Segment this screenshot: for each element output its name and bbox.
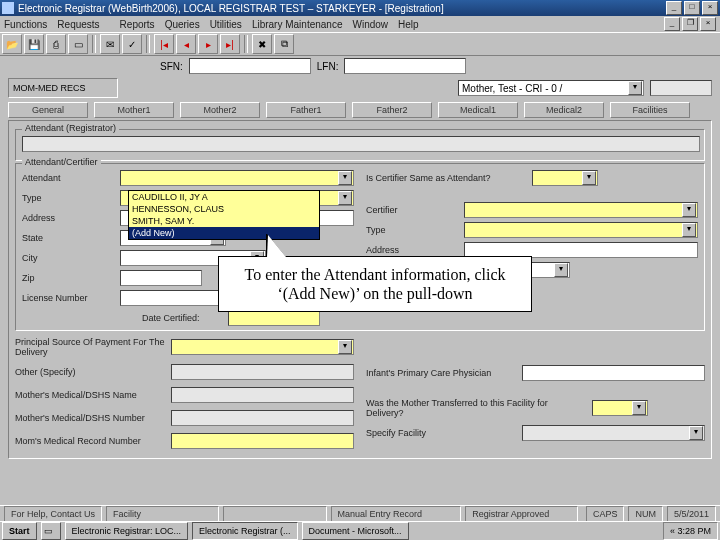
mdi-close-button[interactable]: × bbox=[700, 17, 716, 31]
rtype-label: Type bbox=[366, 225, 458, 235]
other-input[interactable] bbox=[171, 364, 354, 380]
principal-label: Principal Source Of Payment For The Deli… bbox=[15, 337, 165, 357]
callout-text: To enter the Attendant information, clic… bbox=[244, 266, 505, 302]
tab-strip: General Mother1 Mother2 Father1 Father2 … bbox=[8, 102, 712, 118]
infant-phys-label: Infant's Primary Care Physician bbox=[366, 368, 516, 378]
tab-father2[interactable]: Father2 bbox=[352, 102, 432, 118]
tb-save-icon[interactable]: 💾 bbox=[24, 34, 44, 54]
maximize-button[interactable]: □ bbox=[684, 1, 700, 15]
system-tray[interactable]: « 3:28 PM bbox=[663, 522, 718, 540]
tab-mother1[interactable]: Mother1 bbox=[94, 102, 174, 118]
tb-sep bbox=[244, 35, 248, 53]
attendant-label: Attendant bbox=[22, 173, 114, 183]
taskbar-item[interactable]: Document - Microsoft... bbox=[302, 522, 409, 540]
title-bar: Electronic Registrar (WebBirth2006), LOC… bbox=[0, 0, 720, 16]
toolbar: 📂 💾 ⎙ ▭ ✉ ✓ |◂ ◂ ▸ ▸| ✖ ⧉ bbox=[0, 32, 720, 56]
top-ro-field bbox=[650, 80, 712, 96]
mother-dropdown-value: Mother, Test - CRI - 0 / bbox=[462, 83, 562, 94]
tab-father1[interactable]: Father1 bbox=[266, 102, 346, 118]
tab-mother2[interactable]: Mother2 bbox=[180, 102, 260, 118]
city-label: City bbox=[22, 253, 114, 263]
tb-close-icon[interactable]: ✖ bbox=[252, 34, 272, 54]
registrator-field[interactable] bbox=[22, 136, 700, 152]
instruction-callout: To enter the Attendant information, clic… bbox=[218, 256, 532, 312]
dropdown-item-add-new[interactable]: (Add New) bbox=[129, 227, 319, 239]
specify-fac-label: Specify Facility bbox=[366, 428, 516, 438]
chevron-down-icon: ▾ bbox=[689, 426, 703, 440]
status-bar: For Help, Contact Us Facility Manual Ent… bbox=[0, 505, 720, 522]
menu-functions[interactable]: Functions bbox=[4, 19, 47, 30]
infant-phys-input[interactable] bbox=[522, 365, 705, 381]
tab-medical2[interactable]: Medical2 bbox=[524, 102, 604, 118]
tb-split-icon[interactable]: ⧉ bbox=[274, 34, 294, 54]
start-label: Start bbox=[9, 526, 30, 536]
lfn-input[interactable] bbox=[344, 58, 466, 74]
group-attendant-registrator-title: Attendant (Registrator) bbox=[22, 123, 119, 133]
med-num-label: Mother's Medical/DSHS Number bbox=[15, 413, 165, 423]
start-button[interactable]: Start bbox=[2, 522, 37, 540]
sfn-input[interactable] bbox=[189, 58, 311, 74]
address-label: Address bbox=[22, 213, 114, 223]
dropdown-item[interactable]: SMITH, SAM Y. bbox=[129, 215, 319, 227]
menu-queries[interactable]: Queries bbox=[165, 19, 200, 30]
med-num-input[interactable] bbox=[171, 410, 354, 426]
date-cert-label: Date Certified: bbox=[142, 313, 222, 323]
tab-medical1[interactable]: Medical1 bbox=[438, 102, 518, 118]
tb-prev-icon[interactable]: ◂ bbox=[176, 34, 196, 54]
taskbar-item-active[interactable]: Electronic Registrar (... bbox=[192, 522, 298, 540]
transferred-dropdown[interactable]: ▾ bbox=[592, 400, 648, 416]
mdi-restore-button[interactable]: ❐ bbox=[682, 17, 698, 31]
specify-fac-dropdown[interactable]: ▾ bbox=[522, 425, 705, 441]
date-cert-input[interactable] bbox=[228, 310, 320, 326]
tb-print-icon[interactable]: ⎙ bbox=[46, 34, 66, 54]
principal-dropdown[interactable]: ▾ bbox=[171, 339, 354, 355]
quick-launch[interactable]: ▭ bbox=[41, 522, 61, 540]
status-date: 5/5/2011 bbox=[667, 506, 716, 522]
mom-med-recs-group: MOM-MED RECS bbox=[8, 78, 118, 98]
tb-check-icon[interactable]: ✓ bbox=[122, 34, 142, 54]
certifier-dropdown[interactable]: ▾ bbox=[464, 202, 698, 218]
chevron-down-icon: ▾ bbox=[682, 223, 696, 237]
sfn-label: SFN: bbox=[160, 61, 183, 72]
menu-help[interactable]: Help bbox=[398, 19, 419, 30]
menu-requests[interactable]: Requests bbox=[57, 19, 99, 30]
menu-reports[interactable]: Reports bbox=[120, 19, 155, 30]
taskbar-item[interactable]: Electronic Registrar: LOC... bbox=[65, 522, 189, 540]
window-title: Electronic Registrar (WebBirth2006), LOC… bbox=[18, 3, 444, 14]
status-help: For Help, Contact Us bbox=[4, 506, 102, 522]
lfn-label: LFN: bbox=[317, 61, 339, 72]
mdi-minimize-button[interactable]: _ bbox=[664, 17, 680, 31]
chevron-down-icon: ▾ bbox=[582, 171, 596, 185]
dropdown-item[interactable]: HENNESSON, CLAUS bbox=[129, 203, 319, 215]
rec-num-input[interactable] bbox=[171, 433, 354, 449]
close-button[interactable]: × bbox=[702, 1, 718, 15]
menu-utilities[interactable]: Utilities bbox=[210, 19, 242, 30]
status-approved: Registrar Approved bbox=[465, 506, 578, 522]
chevron-down-icon: ▾ bbox=[338, 340, 352, 354]
med-name-input[interactable] bbox=[171, 387, 354, 403]
zip-input[interactable] bbox=[120, 270, 202, 286]
minimize-button[interactable]: _ bbox=[666, 1, 682, 15]
tb-send-icon[interactable]: ✉ bbox=[100, 34, 120, 54]
tb-preview-icon[interactable]: ▭ bbox=[68, 34, 88, 54]
tab-facilities[interactable]: Facilities bbox=[610, 102, 690, 118]
menu-library[interactable]: Library Maintenance bbox=[252, 19, 343, 30]
group-attendant-registrator: Attendant (Registrator) bbox=[15, 129, 705, 161]
mdi-window-buttons: _ ❐ × bbox=[662, 17, 716, 31]
mother-dropdown[interactable]: Mother, Test - CRI - 0 / ▾ bbox=[458, 80, 644, 96]
tb-open-icon[interactable]: 📂 bbox=[2, 34, 22, 54]
tb-sep bbox=[146, 35, 150, 53]
status-caps: CAPS bbox=[586, 506, 625, 522]
attendant-dropdown[interactable]: ▾ bbox=[120, 170, 354, 186]
dropdown-item[interactable]: CAUDILLO II, JY A bbox=[129, 191, 319, 203]
menu-window[interactable]: Window bbox=[352, 19, 388, 30]
tb-next-icon[interactable]: ▸ bbox=[198, 34, 218, 54]
rtype-dropdown[interactable]: ▾ bbox=[464, 222, 698, 238]
tab-general[interactable]: General bbox=[8, 102, 88, 118]
tb-last-icon[interactable]: ▸| bbox=[220, 34, 240, 54]
attendant-dropdown-list: CAUDILLO II, JY A HENNESSON, CLAUS SMITH… bbox=[128, 190, 320, 240]
sfn-bar: SFN: LFN: bbox=[0, 56, 720, 76]
tb-first-icon[interactable]: |◂ bbox=[154, 34, 174, 54]
is-same-dropdown[interactable]: ▾ bbox=[532, 170, 598, 186]
certifier-label: Certifier bbox=[366, 205, 458, 215]
